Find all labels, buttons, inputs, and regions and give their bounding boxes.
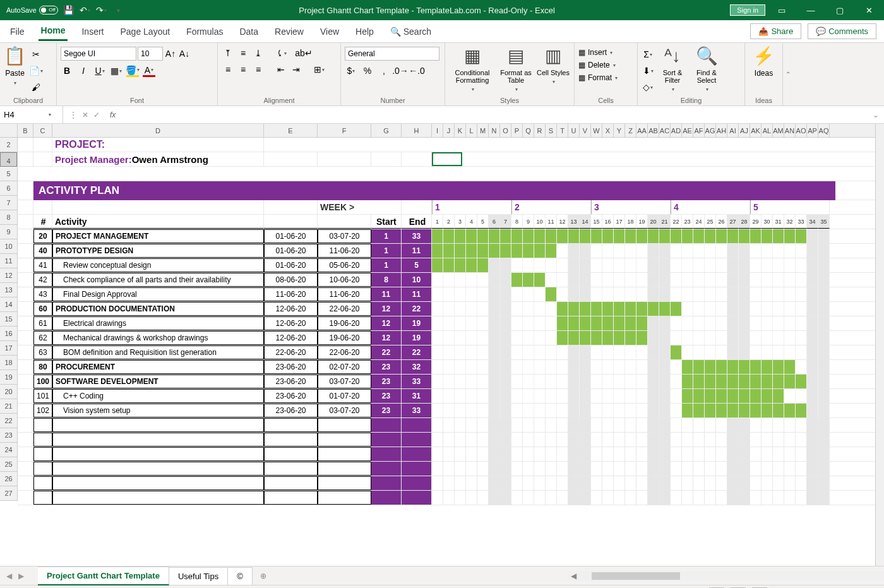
cell[interactable] [591, 447, 602, 461]
cell[interactable] [466, 244, 477, 258]
cell[interactable]: SOFTWARE DEVELOPMENT [52, 375, 264, 388]
cell[interactable] [727, 258, 739, 272]
cell[interactable] [264, 462, 318, 476]
cell[interactable]: 23-06-20 [264, 375, 318, 388]
cell[interactable] [477, 389, 489, 403]
cell[interactable] [466, 375, 477, 388]
cell[interactable] [739, 302, 750, 316]
cell[interactable] [705, 476, 716, 490]
cell[interactable]: 23-06-20 [264, 389, 318, 403]
cell[interactable] [705, 316, 716, 330]
cell[interactable] [796, 462, 807, 476]
expand-namebox-icon[interactable]: ⋮ [69, 111, 77, 119]
cell[interactable] [18, 331, 33, 345]
cell[interactable]: 12-06-20 [264, 302, 318, 316]
cell[interactable] [534, 360, 546, 374]
cell[interactable] [659, 316, 671, 330]
cell[interactable] [477, 360, 489, 374]
cell[interactable] [705, 375, 716, 388]
cell[interactable]: 24 [693, 215, 705, 229]
cell[interactable] [455, 287, 466, 301]
cell[interactable] [534, 273, 546, 287]
cell[interactable] [432, 418, 443, 432]
cell[interactable] [455, 418, 466, 432]
row-header[interactable]: 22 [0, 414, 17, 428]
cell[interactable] [580, 404, 591, 417]
cell[interactable]: 4 [466, 215, 477, 229]
cell[interactable] [671, 375, 682, 388]
column-header[interactable]: R [534, 124, 546, 137]
cell[interactable] [534, 491, 546, 505]
cell[interactable] [727, 316, 739, 330]
cell[interactable]: 27 [727, 215, 739, 229]
cell[interactable]: 05-06-20 [318, 258, 371, 272]
cell[interactable] [591, 491, 602, 505]
cell[interactable] [762, 375, 773, 388]
cell[interactable] [557, 360, 568, 374]
cell[interactable] [455, 433, 466, 447]
cell[interactable] [568, 244, 580, 258]
cell[interactable] [477, 244, 489, 258]
cell[interactable] [432, 273, 443, 287]
cell[interactable] [818, 244, 830, 258]
cell[interactable] [318, 462, 371, 476]
cell[interactable] [807, 287, 818, 301]
cell[interactable] [443, 273, 455, 287]
cell[interactable] [705, 447, 716, 461]
column-header[interactable]: F [318, 124, 371, 137]
cell[interactable] [796, 447, 807, 461]
clear-icon[interactable]: ◇▾ [642, 81, 654, 93]
cell[interactable] [602, 302, 614, 316]
cell[interactable]: 60 [33, 302, 52, 316]
cell[interactable] [500, 316, 511, 330]
column-header[interactable]: AN [784, 124, 796, 137]
cell[interactable] [625, 404, 636, 417]
cell[interactable] [568, 491, 580, 505]
cell[interactable]: PROJECT: [52, 138, 264, 152]
cell[interactable] [784, 447, 796, 461]
cell[interactable] [489, 462, 500, 476]
cell[interactable] [477, 433, 489, 447]
column-header[interactable]: AA [636, 124, 648, 137]
cell[interactable] [636, 491, 648, 505]
row-header[interactable]: 12 [0, 268, 17, 283]
cell[interactable] [682, 273, 693, 287]
increase-font-icon[interactable]: A↑ [164, 47, 177, 60]
cell[interactable] [636, 258, 648, 272]
cell[interactable] [371, 491, 402, 505]
column-header[interactable]: AF [693, 124, 705, 137]
cell[interactable] [489, 229, 500, 243]
cell[interactable] [455, 476, 466, 490]
cell[interactable] [402, 418, 432, 432]
cell[interactable] [557, 476, 568, 490]
cell[interactable]: 03-07-20 [318, 404, 371, 417]
cell[interactable] [489, 316, 500, 330]
cell[interactable]: 1 [371, 229, 402, 243]
cell[interactable]: 43 [33, 287, 52, 301]
column-header[interactable]: H [402, 124, 432, 137]
cell[interactable] [477, 375, 489, 388]
format-as-table-button[interactable]: ▤ Format as Table▾ [496, 45, 535, 92]
column-header[interactable]: Z [625, 124, 636, 137]
collapse-ribbon-icon[interactable]: ⌃ [783, 43, 793, 105]
sheet-tab-gantt[interactable]: Project Gantt Chart Template [38, 567, 169, 585]
cell[interactable] [591, 287, 602, 301]
cell[interactable] [568, 447, 580, 461]
cell[interactable] [52, 418, 264, 432]
cell[interactable] [443, 258, 455, 272]
cell[interactable] [511, 287, 523, 301]
font-color-icon[interactable]: A▾ [143, 64, 155, 77]
cell[interactable] [636, 447, 648, 461]
cell[interactable] [523, 229, 534, 243]
cell[interactable] [52, 491, 264, 505]
cell[interactable] [432, 375, 443, 388]
cell[interactable]: 61 [33, 316, 52, 330]
cell[interactable] [659, 433, 671, 447]
cell[interactable] [739, 229, 750, 243]
cell[interactable] [523, 316, 534, 330]
horizontal-scrollbar[interactable]: ◀ [568, 571, 884, 581]
cell[interactable] [546, 287, 557, 301]
ideas-button[interactable]: ⚡ Ideas [749, 45, 779, 78]
cell[interactable] [580, 389, 591, 403]
cell[interactable] [625, 302, 636, 316]
